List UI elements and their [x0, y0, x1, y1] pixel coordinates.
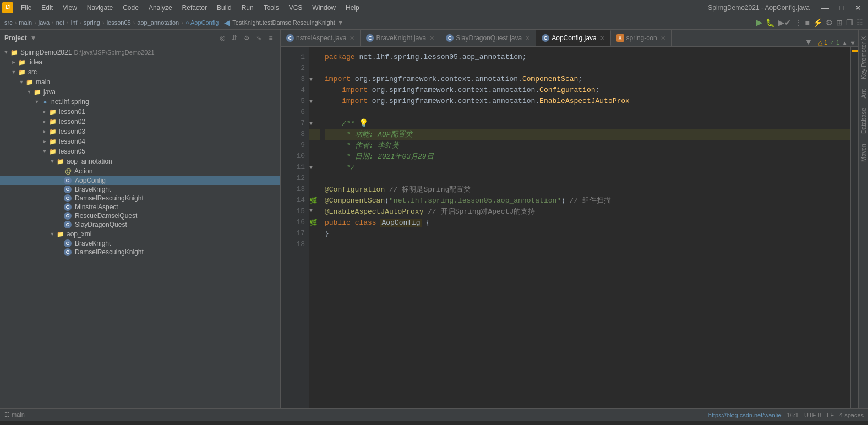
tree-rescuedamselquest[interactable]: C RescueDamselQuest — [0, 211, 280, 220]
expand-java[interactable]: ▼ — [25, 88, 33, 96]
tree-lesson02[interactable]: ► 📁 lesson02 — [0, 117, 280, 127]
stop-button[interactable]: ■ — [805, 18, 810, 27]
indicator-up[interactable]: ▲ — [842, 40, 848, 46]
expand-root[interactable]: ▼ — [2, 48, 10, 56]
tree-damselrescuingknight2[interactable]: C DamselRescuingKnight — [0, 248, 280, 257]
tree-damselrescuingknight[interactable]: C DamselRescuingKnight — [0, 194, 280, 203]
blog-url[interactable]: https://blog.csdn.net/wanlie — [708, 412, 782, 418]
tree-net-lhf-spring[interactable]: ▼ ● net.lhf.spring — [0, 97, 280, 107]
project-dropdown-icon[interactable]: ▼ — [30, 34, 37, 42]
bc-src[interactable]: src — [4, 19, 13, 26]
menu-tools[interactable]: Tools — [259, 2, 283, 13]
menu-window[interactable]: Window — [308, 2, 340, 13]
bc-lhf[interactable]: lhf — [71, 19, 78, 26]
tree-action[interactable]: @ Action — [0, 166, 280, 176]
expand-lesson04[interactable]: ► — [41, 138, 48, 145]
bc-main[interactable]: main — [19, 19, 32, 26]
menu-run[interactable]: Run — [237, 2, 258, 13]
expand-lesson03[interactable]: ► — [41, 128, 48, 135]
tabs-overflow-button[interactable]: ▼ — [801, 37, 816, 46]
menu-view[interactable]: View — [58, 2, 81, 13]
project-view-button[interactable]: ☷ — [856, 18, 864, 27]
tab-slaydragonquest[interactable]: C SlayDragonQuest.java ✕ — [440, 30, 536, 46]
tree-root[interactable]: ▼ 📁 SpirngDemo2021 D:\java\JSP\SpirngDem… — [0, 47, 280, 57]
tree-lesson05[interactable]: ▼ 📁 lesson05 — [0, 146, 280, 156]
nav-dropdown[interactable]: ▼ — [337, 19, 344, 26]
tree-braveknight2[interactable]: C BraveKnight — [0, 239, 280, 248]
fullscreen-button[interactable]: ❐ — [846, 18, 853, 27]
minimize-button[interactable]: — — [817, 0, 833, 15]
tree-idea[interactable]: ► 📁 .idea — [0, 57, 280, 67]
menu-file[interactable]: File — [17, 2, 36, 13]
menu-vcs[interactable]: VCS — [285, 2, 307, 13]
fold-icon-15[interactable]: ▼ — [309, 208, 313, 214]
tab-close-aopconfig[interactable]: ✕ — [600, 35, 605, 42]
expand-aop-xml[interactable]: ▼ — [48, 230, 56, 238]
bc-java[interactable]: java — [39, 19, 50, 26]
nav-method-selector[interactable]: TestKnight.testDamselRescuingKnight — [232, 19, 335, 26]
tree-main[interactable]: ▼ 📁 main — [0, 77, 280, 87]
expand-aop-annotation[interactable]: ▼ — [48, 157, 56, 165]
menu-code[interactable]: Code — [118, 2, 143, 13]
fold-icon-7[interactable]: ▼ — [309, 121, 313, 127]
tree-slaydragonquest[interactable]: C SlayDragonQuest — [0, 220, 280, 229]
right-tab-ant[interactable]: Ant — [859, 85, 868, 103]
menu-refactor[interactable]: Refactor — [178, 2, 211, 13]
indicator-down[interactable]: ▼ — [850, 40, 856, 46]
tab-close-minstrelaspect[interactable]: ✕ — [350, 35, 354, 42]
tab-close-slaydragonquest[interactable]: ✕ — [525, 35, 530, 42]
right-tab-key-promoter[interactable]: Key Promoter X — [859, 32, 868, 84]
tree-lesson01[interactable]: ► 📁 lesson01 — [0, 107, 280, 117]
bc-lesson05[interactable]: lesson05 — [107, 19, 131, 26]
tree-java[interactable]: ▼ 📁 java — [0, 87, 280, 97]
tree-minstrelaspect[interactable]: C MinstrelAspect — [0, 203, 280, 211]
expand-idea[interactable]: ► — [10, 58, 18, 66]
more-run-button[interactable]: ⋮ — [794, 18, 802, 27]
fold-icon-5[interactable]: ▼ — [309, 99, 313, 105]
expand-lesson01[interactable]: ► — [41, 108, 48, 116]
code-content[interactable]: package net.lhf.spring.lesson05.aop_anno… — [320, 47, 850, 408]
debug-button[interactable]: 🐛 — [766, 18, 775, 27]
layout-button[interactable]: ⊞ — [836, 18, 843, 27]
tree-lesson04[interactable]: ► 📁 lesson04 — [0, 137, 280, 146]
tab-springcon[interactable]: X spring-con ✕ — [611, 30, 672, 46]
right-tab-maven[interactable]: Maven — [859, 139, 868, 166]
bc-spring[interactable]: spring — [84, 19, 100, 26]
nav-prev[interactable]: ◀ — [224, 18, 230, 27]
menu-help[interactable]: Help — [341, 2, 364, 13]
run-button[interactable]: ▶ — [756, 17, 762, 28]
menu-build[interactable]: Build — [212, 2, 236, 13]
tree-lesson03[interactable]: ► 📁 lesson03 — [0, 127, 280, 137]
bc-aop-annotation[interactable]: aop_annotation — [137, 19, 179, 26]
maximize-button[interactable]: □ — [834, 0, 849, 15]
sidebar-close-icon[interactable]: ≡ — [266, 33, 276, 43]
right-tab-database[interactable]: Database — [859, 103, 868, 138]
menu-edit[interactable]: Edit — [37, 2, 57, 13]
tree-braveknight[interactable]: C BraveKnight — [0, 185, 280, 194]
tree-aop-xml[interactable]: ▼ 📁 aop_xml — [0, 229, 280, 239]
expand-lesson05[interactable]: ▼ — [41, 148, 48, 155]
expand-src[interactable]: ▼ — [10, 68, 18, 76]
tab-braveknight[interactable]: C BraveKnight.java ✕ — [361, 30, 440, 46]
tab-aopconfig[interactable]: C AopConfig.java ✕ — [536, 30, 610, 46]
expand-main[interactable]: ▼ — [18, 78, 25, 86]
tree-aopconfig[interactable]: C AopConfig — [0, 176, 280, 185]
tab-minstrelaspect[interactable]: C nstrelAspect.java ✕ — [281, 30, 361, 46]
bc-net[interactable]: net — [56, 19, 64, 26]
fold-icon-11[interactable]: ▼ — [309, 165, 313, 171]
tab-close-springcon[interactable]: ✕ — [660, 35, 665, 42]
expand-lesson02[interactable]: ► — [41, 118, 48, 126]
menu-analyze[interactable]: Analyze — [144, 2, 177, 13]
tree-src[interactable]: ▼ 📁 src — [0, 67, 280, 77]
warning-stripe[interactable] — [852, 50, 858, 52]
close-button[interactable]: ✕ — [850, 0, 866, 15]
expand-net[interactable]: ▼ — [33, 98, 41, 106]
sidebar-sort-icon[interactable]: ⇵ — [230, 33, 239, 43]
tree-aop-annotation[interactable]: ▼ 📁 aop_annotation — [0, 156, 280, 166]
sidebar-locate-icon[interactable]: ◎ — [217, 33, 227, 43]
fold-icon-3[interactable]: ▼ — [309, 77, 313, 83]
bc-aopconfig[interactable]: ○ AopConfig — [185, 19, 219, 26]
tab-close-braveknight[interactable]: ✕ — [429, 35, 434, 42]
profile-button[interactable]: ⚡ — [813, 18, 822, 27]
settings-button[interactable]: ⚙ — [826, 18, 833, 27]
